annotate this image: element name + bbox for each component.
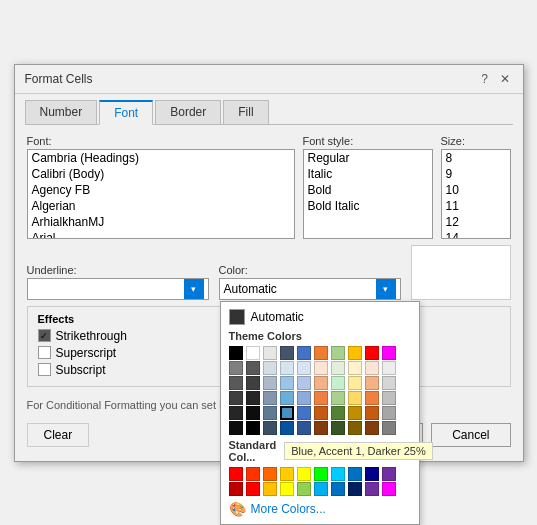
theme-color-swatch[interactable] (263, 376, 277, 390)
standard-color-swatch[interactable] (348, 482, 362, 496)
list-item[interactable]: Arial (28, 230, 294, 239)
theme-color-swatch[interactable] (229, 361, 243, 375)
standard-color-swatch[interactable] (297, 482, 311, 496)
theme-color-swatch[interactable] (280, 421, 294, 435)
theme-color-swatch[interactable] (229, 346, 243, 360)
theme-color-swatch[interactable] (280, 406, 294, 420)
theme-color-swatch[interactable] (280, 346, 294, 360)
tab-border[interactable]: Border (155, 100, 221, 124)
standard-color-swatch[interactable] (280, 467, 294, 481)
theme-color-swatch[interactable] (331, 361, 345, 375)
theme-color-swatch[interactable] (331, 346, 345, 360)
list-item[interactable]: Cambria (Headings) (28, 150, 294, 166)
theme-color-swatch[interactable] (314, 346, 328, 360)
theme-color-swatch[interactable] (331, 406, 345, 420)
cancel-button[interactable]: Cancel (431, 423, 510, 447)
theme-color-swatch[interactable] (246, 406, 260, 420)
list-item[interactable]: 11 (442, 198, 510, 214)
size-listbox[interactable]: 8 9 10 11 12 14 (441, 149, 511, 239)
theme-color-swatch[interactable] (365, 361, 379, 375)
list-item[interactable]: 9 (442, 166, 510, 182)
superscript-checkbox[interactable] (38, 346, 51, 359)
list-item[interactable]: Bold (304, 182, 432, 198)
list-item[interactable]: Algerian (28, 198, 294, 214)
automatic-color-option[interactable]: Automatic (221, 306, 419, 328)
standard-color-swatch[interactable] (297, 467, 311, 481)
standard-color-swatch[interactable] (365, 467, 379, 481)
more-colors-option[interactable]: 🎨 More Colors... (221, 498, 419, 520)
standard-color-swatch[interactable] (382, 482, 396, 496)
theme-color-swatch[interactable] (382, 406, 396, 420)
style-listbox[interactable]: Regular Italic Bold Bold Italic (303, 149, 433, 239)
theme-color-swatch[interactable] (297, 361, 311, 375)
theme-color-swatch[interactable] (263, 391, 277, 405)
standard-color-swatch[interactable] (331, 482, 345, 496)
standard-color-swatch[interactable] (229, 482, 243, 496)
standard-color-swatch[interactable] (246, 482, 260, 496)
theme-color-swatch[interactable] (348, 421, 362, 435)
tab-font[interactable]: Font (99, 100, 153, 125)
theme-color-swatch[interactable] (229, 376, 243, 390)
theme-color-swatch[interactable] (314, 361, 328, 375)
theme-color-swatch[interactable] (263, 421, 277, 435)
theme-color-swatch[interactable] (365, 376, 379, 390)
theme-color-swatch[interactable] (297, 376, 311, 390)
theme-color-swatch[interactable] (246, 376, 260, 390)
theme-color-swatch[interactable] (382, 376, 396, 390)
list-item[interactable]: Agency FB (28, 182, 294, 198)
list-item[interactable]: Calibri (Body) (28, 166, 294, 182)
standard-color-swatch[interactable] (365, 482, 379, 496)
theme-color-swatch[interactable] (365, 391, 379, 405)
theme-color-swatch[interactable] (348, 391, 362, 405)
color-dropdown-arrow[interactable]: ▾ (376, 279, 396, 299)
standard-color-swatch[interactable] (280, 482, 294, 496)
list-item[interactable]: Regular (304, 150, 432, 166)
standard-color-swatch[interactable] (331, 467, 345, 481)
standard-color-swatch[interactable] (382, 467, 396, 481)
theme-color-swatch[interactable] (280, 361, 294, 375)
theme-color-swatch[interactable] (297, 391, 311, 405)
theme-color-swatch[interactable] (246, 361, 260, 375)
theme-color-swatch[interactable] (314, 421, 328, 435)
standard-color-swatch[interactable] (314, 467, 328, 481)
standard-color-swatch[interactable] (246, 467, 260, 481)
theme-color-swatch[interactable] (297, 421, 311, 435)
theme-color-swatch[interactable] (263, 361, 277, 375)
standard-color-swatch[interactable] (229, 467, 243, 481)
theme-color-swatch[interactable] (314, 376, 328, 390)
theme-color-swatch[interactable] (263, 406, 277, 420)
underline-dropdown-arrow[interactable]: ▾ (184, 279, 204, 299)
theme-color-swatch[interactable] (365, 421, 379, 435)
tab-number[interactable]: Number (25, 100, 98, 124)
theme-color-swatch[interactable] (348, 376, 362, 390)
theme-color-swatch[interactable] (314, 391, 328, 405)
subscript-checkbox[interactable] (38, 363, 51, 376)
theme-color-swatch[interactable] (348, 361, 362, 375)
theme-color-swatch[interactable] (246, 391, 260, 405)
theme-color-swatch[interactable] (382, 391, 396, 405)
list-item[interactable]: ArhialkhanMJ (28, 214, 294, 230)
theme-color-swatch[interactable] (280, 376, 294, 390)
list-item[interactable]: 10 (442, 182, 510, 198)
theme-color-swatch[interactable] (365, 406, 379, 420)
standard-color-swatch[interactable] (263, 467, 277, 481)
theme-color-swatch[interactable] (280, 391, 294, 405)
theme-color-swatch[interactable] (348, 346, 362, 360)
theme-color-swatch[interactable] (246, 346, 260, 360)
list-item[interactable]: 12 (442, 214, 510, 230)
theme-color-swatch[interactable] (229, 421, 243, 435)
theme-color-swatch[interactable] (331, 391, 345, 405)
theme-color-swatch[interactable] (229, 391, 243, 405)
color-select[interactable]: Automatic ▾ Automatic Theme Colors Stand… (219, 278, 401, 300)
theme-color-swatch[interactable] (331, 376, 345, 390)
theme-color-swatch[interactable] (382, 346, 396, 360)
tab-fill[interactable]: Fill (223, 100, 268, 124)
clear-button[interactable]: Clear (27, 423, 90, 447)
close-button[interactable]: ✕ (497, 71, 513, 87)
standard-color-swatch[interactable] (348, 467, 362, 481)
underline-select[interactable]: ▾ (27, 278, 209, 300)
theme-color-swatch[interactable] (246, 421, 260, 435)
theme-color-swatch[interactable] (365, 346, 379, 360)
standard-color-swatch[interactable] (314, 482, 328, 496)
standard-color-swatch[interactable] (263, 482, 277, 496)
